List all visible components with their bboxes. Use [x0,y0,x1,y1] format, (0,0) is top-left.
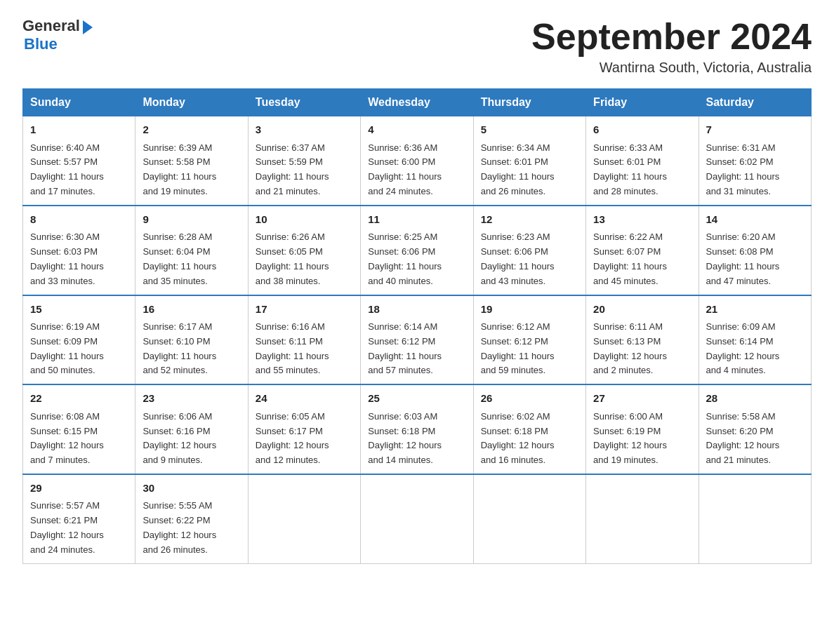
calendar-week-row: 1Sunrise: 6:40 AMSunset: 5:57 PMDaylight… [23,116,812,206]
day-number: 3 [256,122,353,138]
calendar-cell: 1Sunrise: 6:40 AMSunset: 5:57 PMDaylight… [23,116,135,206]
day-info: Sunrise: 6:06 AMSunset: 6:16 PMDaylight:… [143,410,240,468]
day-number: 12 [481,212,578,228]
calendar-cell [248,474,360,563]
calendar-cell: 5Sunrise: 6:34 AMSunset: 6:01 PMDaylight… [473,116,585,206]
day-info: Sunrise: 6:14 AMSunset: 6:12 PMDaylight:… [368,320,465,378]
day-number: 30 [143,481,240,497]
calendar-cell: 15Sunrise: 6:19 AMSunset: 6:09 PMDayligh… [23,295,135,385]
col-thursday: Thursday [473,89,585,116]
day-number: 26 [481,391,578,407]
logo-arrow-icon [83,20,93,34]
calendar-week-row: 15Sunrise: 6:19 AMSunset: 6:09 PMDayligh… [23,295,812,385]
day-number: 20 [593,302,691,318]
calendar-cell: 25Sunrise: 6:03 AMSunset: 6:18 PMDayligh… [361,384,473,474]
day-info: Sunrise: 6:12 AMSunset: 6:12 PMDaylight:… [481,320,578,378]
col-sunday: Sunday [23,89,135,116]
calendar-cell: 2Sunrise: 6:39 AMSunset: 5:58 PMDaylight… [135,116,248,206]
day-number: 7 [706,122,804,138]
day-info: Sunrise: 6:36 AMSunset: 6:00 PMDaylight:… [368,141,465,199]
calendar-cell: 17Sunrise: 6:16 AMSunset: 6:11 PMDayligh… [248,295,360,385]
day-number: 5 [481,122,578,138]
calendar-cell: 29Sunrise: 5:57 AMSunset: 6:21 PMDayligh… [23,474,135,563]
day-info: Sunrise: 6:30 AMSunset: 6:03 PMDaylight:… [30,230,128,288]
day-number: 23 [143,391,240,407]
day-number: 1 [30,122,128,138]
col-wednesday: Wednesday [361,89,473,116]
day-number: 10 [256,212,353,228]
calendar-cell: 24Sunrise: 6:05 AMSunset: 6:17 PMDayligh… [248,384,360,474]
calendar-cell: 7Sunrise: 6:31 AMSunset: 6:02 PMDaylight… [699,116,811,206]
calendar-cell: 11Sunrise: 6:25 AMSunset: 6:06 PMDayligh… [361,206,473,295]
day-number: 8 [30,212,128,228]
calendar-header-row: Sunday Monday Tuesday Wednesday Thursday… [23,89,812,116]
page-header: General Blue September 2024 Wantirna Sou… [22,17,812,76]
day-info: Sunrise: 6:17 AMSunset: 6:10 PMDaylight:… [143,320,240,378]
day-number: 13 [593,212,691,228]
day-info: Sunrise: 6:09 AMSunset: 6:14 PMDaylight:… [706,320,804,378]
day-number: 14 [706,212,804,228]
day-number: 29 [30,481,128,497]
calendar-title: September 2024 [531,17,812,57]
day-info: Sunrise: 6:31 AMSunset: 6:02 PMDaylight:… [706,141,804,199]
day-info: Sunrise: 6:33 AMSunset: 6:01 PMDaylight:… [593,141,691,199]
calendar-cell: 28Sunrise: 5:58 AMSunset: 6:20 PMDayligh… [699,384,811,474]
day-info: Sunrise: 6:28 AMSunset: 6:04 PMDaylight:… [143,230,240,288]
day-info: Sunrise: 5:58 AMSunset: 6:20 PMDaylight:… [706,410,804,468]
calendar-subtitle: Wantirna South, Victoria, Australia [531,60,812,76]
calendar-cell: 13Sunrise: 6:22 AMSunset: 6:07 PMDayligh… [586,206,699,295]
calendar-cell: 8Sunrise: 6:30 AMSunset: 6:03 PMDaylight… [23,206,135,295]
day-info: Sunrise: 6:40 AMSunset: 5:57 PMDaylight:… [30,141,128,199]
calendar-cell: 16Sunrise: 6:17 AMSunset: 6:10 PMDayligh… [135,295,248,385]
logo-general-text: General [22,17,80,35]
calendar-cell: 14Sunrise: 6:20 AMSunset: 6:08 PMDayligh… [699,206,811,295]
day-info: Sunrise: 6:19 AMSunset: 6:09 PMDaylight:… [30,320,128,378]
day-number: 6 [593,122,691,138]
calendar-week-row: 29Sunrise: 5:57 AMSunset: 6:21 PMDayligh… [23,474,812,563]
calendar-cell [361,474,473,563]
day-number: 22 [30,391,128,407]
day-number: 11 [368,212,465,228]
calendar-cell: 12Sunrise: 6:23 AMSunset: 6:06 PMDayligh… [473,206,585,295]
calendar-cell: 9Sunrise: 6:28 AMSunset: 6:04 PMDaylight… [135,206,248,295]
calendar-cell [699,474,811,563]
day-number: 28 [706,391,804,407]
calendar-cell: 22Sunrise: 6:08 AMSunset: 6:15 PMDayligh… [23,384,135,474]
calendar-cell: 21Sunrise: 6:09 AMSunset: 6:14 PMDayligh… [699,295,811,385]
day-info: Sunrise: 6:26 AMSunset: 6:05 PMDaylight:… [256,230,353,288]
calendar-cell: 30Sunrise: 5:55 AMSunset: 6:22 PMDayligh… [135,474,248,563]
calendar-cell: 18Sunrise: 6:14 AMSunset: 6:12 PMDayligh… [361,295,473,385]
col-saturday: Saturday [699,89,811,116]
day-number: 4 [368,122,465,138]
calendar-table: Sunday Monday Tuesday Wednesday Thursday… [22,88,812,563]
logo: General Blue [22,17,93,53]
day-info: Sunrise: 6:25 AMSunset: 6:06 PMDaylight:… [368,230,465,288]
day-number: 24 [256,391,353,407]
calendar-week-row: 22Sunrise: 6:08 AMSunset: 6:15 PMDayligh… [23,384,812,474]
day-info: Sunrise: 6:11 AMSunset: 6:13 PMDaylight:… [593,320,691,378]
day-info: Sunrise: 6:16 AMSunset: 6:11 PMDaylight:… [256,320,353,378]
calendar-cell: 6Sunrise: 6:33 AMSunset: 6:01 PMDaylight… [586,116,699,206]
col-friday: Friday [586,89,699,116]
day-info: Sunrise: 6:39 AMSunset: 5:58 PMDaylight:… [143,141,240,199]
calendar-cell: 10Sunrise: 6:26 AMSunset: 6:05 PMDayligh… [248,206,360,295]
day-number: 25 [368,391,465,407]
calendar-cell: 27Sunrise: 6:00 AMSunset: 6:19 PMDayligh… [586,384,699,474]
day-number: 2 [143,122,240,138]
calendar-cell: 3Sunrise: 6:37 AMSunset: 5:59 PMDaylight… [248,116,360,206]
day-info: Sunrise: 6:22 AMSunset: 6:07 PMDaylight:… [593,230,691,288]
day-info: Sunrise: 6:23 AMSunset: 6:06 PMDaylight:… [481,230,578,288]
day-info: Sunrise: 6:05 AMSunset: 6:17 PMDaylight:… [256,410,353,468]
logo-blue-text: Blue [24,35,58,53]
calendar-cell: 26Sunrise: 6:02 AMSunset: 6:18 PMDayligh… [473,384,585,474]
calendar-title-block: September 2024 Wantirna South, Victoria,… [531,17,812,76]
calendar-cell: 20Sunrise: 6:11 AMSunset: 6:13 PMDayligh… [586,295,699,385]
day-number: 27 [593,391,691,407]
day-number: 17 [256,302,353,318]
day-number: 18 [368,302,465,318]
day-number: 21 [706,302,804,318]
day-info: Sunrise: 6:37 AMSunset: 5:59 PMDaylight:… [256,141,353,199]
col-tuesday: Tuesday [248,89,360,116]
calendar-cell [473,474,585,563]
col-monday: Monday [135,89,248,116]
